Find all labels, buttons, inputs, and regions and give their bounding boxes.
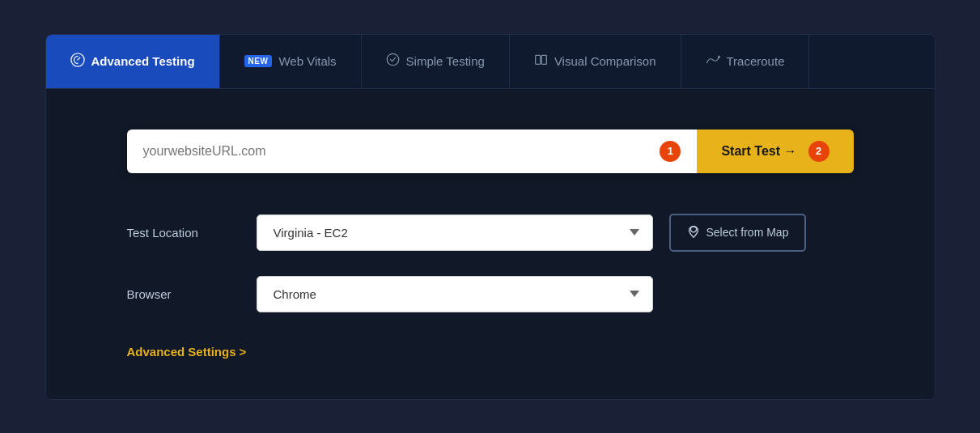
tab-advanced-testing[interactable]: Advanced Testing bbox=[46, 35, 220, 88]
tab-simple-testing[interactable]: Simple Testing bbox=[362, 35, 510, 88]
svg-point-1 bbox=[387, 53, 398, 65]
pin-icon bbox=[687, 224, 700, 241]
tab-visual-comparison[interactable]: Visual Comparison bbox=[510, 35, 681, 88]
main-container: Advanced Testing NEW Web Vitals Simple T… bbox=[45, 34, 935, 400]
new-badge: NEW bbox=[244, 55, 273, 67]
advanced-testing-icon bbox=[70, 53, 85, 70]
url-input-wrapper: 1 bbox=[127, 129, 698, 173]
tab-traceroute[interactable]: Traceroute bbox=[681, 35, 810, 88]
tab-visual-comparison-label: Visual Comparison bbox=[554, 54, 656, 68]
step-1-badge: 1 bbox=[660, 141, 681, 162]
url-bar: 1 Start Test → 2 bbox=[127, 129, 854, 173]
tab-traceroute-label: Traceroute bbox=[727, 54, 785, 68]
traceroute-icon bbox=[706, 54, 720, 69]
start-test-label: Start Test → bbox=[721, 144, 796, 159]
select-from-map-button[interactable]: Select from Map bbox=[669, 214, 807, 252]
simple-testing-icon bbox=[386, 53, 400, 70]
content-area: 1 Start Test → 2 Test Location Virginia … bbox=[46, 89, 935, 399]
visual-comparison-icon bbox=[534, 53, 548, 70]
browser-select[interactable]: Chrome Firefox Safari Edge bbox=[257, 276, 653, 312]
svg-point-4 bbox=[718, 55, 720, 57]
test-location-label: Test Location bbox=[127, 226, 240, 240]
advanced-settings-link[interactable]: Advanced Settings > bbox=[127, 345, 854, 359]
browser-row: Browser Chrome Firefox Safari Edge bbox=[127, 276, 854, 312]
step-2-badge: 2 bbox=[808, 141, 829, 162]
test-location-select[interactable]: Virginia - EC2 New York Los Angeles Lond… bbox=[257, 214, 653, 251]
browser-label: Browser bbox=[127, 287, 240, 301]
tab-bar: Advanced Testing NEW Web Vitals Simple T… bbox=[46, 35, 935, 89]
tab-simple-testing-label: Simple Testing bbox=[406, 54, 485, 68]
start-test-button[interactable]: Start Test → 2 bbox=[697, 129, 853, 173]
svg-rect-2 bbox=[536, 55, 541, 64]
url-input[interactable] bbox=[143, 129, 652, 173]
tab-advanced-testing-label: Advanced Testing bbox=[91, 54, 195, 68]
form-section: Test Location Virginia - EC2 New York Lo… bbox=[127, 214, 854, 359]
advanced-settings-label: Advanced Settings bbox=[127, 345, 236, 359]
advanced-settings-arrow: > bbox=[240, 345, 247, 359]
tab-web-vitals[interactable]: NEW Web Vitals bbox=[220, 35, 362, 88]
tab-web-vitals-label: Web Vitals bbox=[278, 54, 336, 68]
test-location-row: Test Location Virginia - EC2 New York Lo… bbox=[127, 214, 854, 252]
select-from-map-label: Select from Map bbox=[706, 226, 789, 239]
svg-rect-3 bbox=[541, 55, 546, 64]
